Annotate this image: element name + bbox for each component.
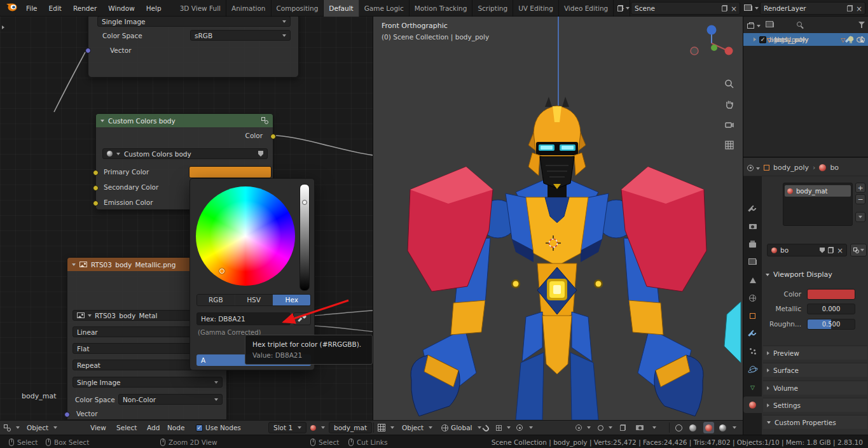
browse-material-button[interactable] xyxy=(310,422,325,433)
snap-toggle-icon[interactable] xyxy=(483,422,489,433)
material-slot-item[interactable]: body_mat xyxy=(785,185,851,197)
show-gizmo-icon[interactable] xyxy=(575,422,591,433)
use-nodes-button[interactable] xyxy=(850,244,867,256)
tab-material[interactable] xyxy=(743,396,762,413)
menu-help[interactable]: Help xyxy=(141,4,167,12)
unlink-view-layer-icon[interactable] xyxy=(856,5,862,12)
panel-custom-properties[interactable]: Custom Properties xyxy=(763,415,867,429)
roughness-slider[interactable]: 0.500 xyxy=(807,319,855,330)
mode-dropdown[interactable]: Object xyxy=(402,422,432,433)
tab-render[interactable] xyxy=(743,218,762,235)
outliner-row-lights[interactable]: lights xyxy=(743,33,868,46)
tab-hsv[interactable]: HSV xyxy=(235,295,273,305)
slot-dropdown[interactable]: Slot 1 xyxy=(268,422,307,433)
menu-node[interactable]: Node xyxy=(167,422,184,433)
menu-edit[interactable]: Edit xyxy=(43,4,67,12)
shading-material-button[interactable] xyxy=(703,422,714,433)
material-slot-list[interactable]: body_mat xyxy=(783,183,853,226)
panel-settings[interactable]: Settings xyxy=(763,398,867,412)
tab-scene[interactable] xyxy=(743,272,762,288)
show-overlays-icon[interactable] xyxy=(598,422,612,433)
use-nodes-checkbox[interactable]: Use Nodes xyxy=(196,422,241,433)
navigation-gizmo[interactable] xyxy=(690,20,733,65)
collapse-node-icon[interactable] xyxy=(72,263,76,266)
tab-physics[interactable] xyxy=(743,361,762,377)
viewport-extras-dropdown[interactable] xyxy=(652,422,656,433)
panel-volume[interactable]: Volume xyxy=(763,381,867,395)
scene-browse-icon[interactable] xyxy=(617,2,630,15)
viewport-render-icon[interactable] xyxy=(636,422,644,433)
zoom-tool-icon[interactable] xyxy=(723,78,736,90)
unlink-scene-icon[interactable] xyxy=(731,5,736,12)
shading-solid-button[interactable] xyxy=(689,422,696,433)
shading-wireframe-button[interactable] xyxy=(675,422,682,433)
tab-3d-view-full[interactable]: 3D View Full xyxy=(175,0,226,17)
collection-checkbox[interactable] xyxy=(759,36,766,43)
menu-add[interactable]: Add xyxy=(147,422,160,433)
display-color-swatch[interactable] xyxy=(807,289,855,300)
scene-field[interactable]: Scene xyxy=(631,2,740,15)
material-name-field[interactable]: body_mat xyxy=(329,422,372,433)
filter-icon[interactable] xyxy=(858,22,865,28)
menu-window[interactable]: Window xyxy=(102,4,140,12)
tab-output[interactable] xyxy=(743,236,762,253)
new-view-layer-icon[interactable] xyxy=(847,5,853,11)
tab-rgb[interactable]: RGB xyxy=(197,295,235,305)
primary-color-swatch[interactable] xyxy=(189,166,272,178)
vector-input-socket[interactable] xyxy=(85,48,91,53)
vector-input-socket[interactable] xyxy=(64,412,70,417)
tab-compositing[interactable]: Compositing xyxy=(272,0,324,17)
proportional-editing-icon[interactable] xyxy=(516,422,523,433)
orientation-dropdown[interactable]: Global xyxy=(441,422,481,433)
color-output-socket[interactable] xyxy=(270,134,276,139)
add-slot-button[interactable]: + xyxy=(855,183,865,193)
color-space-dropdown[interactable]: sRGB xyxy=(190,30,291,41)
toggle-xray-icon[interactable] xyxy=(620,422,626,433)
fake-user-shield-icon[interactable] xyxy=(820,248,825,253)
display-mode-icon[interactable] xyxy=(768,22,774,27)
robot-model[interactable] xyxy=(373,17,743,420)
secondary-color-socket[interactable] xyxy=(93,185,99,191)
color-wheel[interactable] xyxy=(196,186,295,286)
emission-color-socket[interactable] xyxy=(93,200,99,206)
menu-view[interactable]: View xyxy=(90,422,106,433)
viewport-editor-type-button[interactable] xyxy=(378,422,394,433)
view-layer-browse-icon[interactable] xyxy=(744,2,759,15)
disclosure-icon[interactable] xyxy=(754,38,756,41)
camera-view-icon[interactable] xyxy=(723,118,736,131)
tab-animation[interactable]: Animation xyxy=(226,0,272,17)
tab-motion-tracking[interactable]: Motion Tracking xyxy=(410,0,473,17)
tab-default[interactable]: Default xyxy=(324,0,359,17)
region-expand-icon[interactable] xyxy=(2,25,4,29)
proportional-falloff-dropdown[interactable] xyxy=(529,422,533,433)
color-texture-node[interactable]: Single Image Color Space sRGB Vector xyxy=(88,17,299,78)
properties-editor-icon[interactable] xyxy=(747,164,760,172)
blender-logo-icon[interactable] xyxy=(5,2,18,14)
shader-editor[interactable]: Single Image Color Space sRGB Vector Cus… xyxy=(0,17,373,420)
view-layer-field[interactable]: RenderLayer xyxy=(760,2,865,15)
value-slider[interactable] xyxy=(300,184,310,291)
tab-object-data[interactable] xyxy=(743,379,762,395)
color-space-dropdown[interactable]: Non-Color xyxy=(118,394,223,405)
browse-nodetree-icon[interactable] xyxy=(107,151,113,157)
primary-color-socket[interactable] xyxy=(93,170,99,176)
tab-view-layer[interactable] xyxy=(743,254,762,270)
viewport-display-panel-header[interactable]: Viewport Display xyxy=(766,270,832,279)
tab-uv-editing[interactable]: UV Editing xyxy=(513,0,559,17)
toggle-grid-icon[interactable] xyxy=(723,139,736,151)
shading-dropdown[interactable] xyxy=(733,422,736,433)
color-wheel-cursor[interactable] xyxy=(219,269,224,274)
node-group-datablock[interactable]: Custom Colors body xyxy=(102,148,268,159)
browse-image-icon[interactable] xyxy=(77,312,85,318)
shader-type-dropdown[interactable]: Object xyxy=(27,422,57,433)
menu-render[interactable]: Render xyxy=(67,4,102,12)
tab-modifiers[interactable] xyxy=(743,325,762,342)
panel-surface[interactable]: Surface xyxy=(763,363,867,377)
panel-preview[interactable]: Preview xyxy=(763,346,867,360)
menu-select[interactable]: Select xyxy=(116,422,137,433)
collapse-node-icon[interactable] xyxy=(100,120,104,122)
tab-game-logic[interactable]: Game Logic xyxy=(359,0,410,17)
group-node-header[interactable]: Custom Colors body xyxy=(96,114,273,127)
tab-object[interactable] xyxy=(743,307,762,324)
fake-user-shield-icon[interactable] xyxy=(258,151,263,157)
